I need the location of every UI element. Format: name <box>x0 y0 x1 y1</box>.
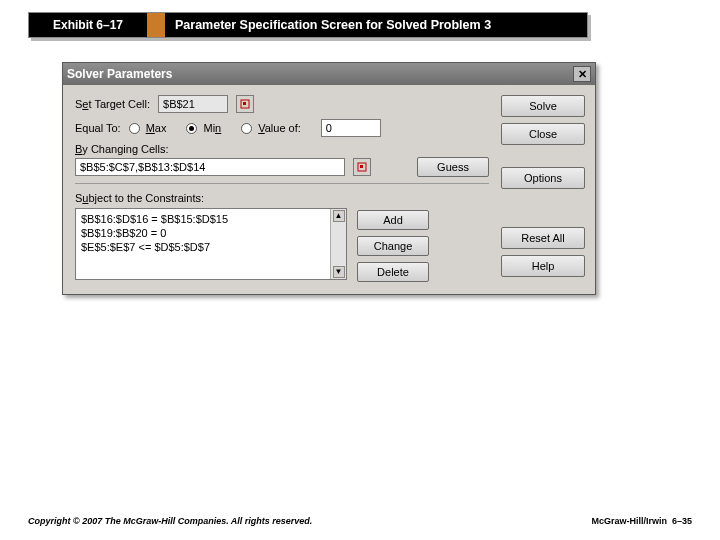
valueof-input[interactable] <box>321 119 381 137</box>
close-button[interactable]: ✕ <box>573 66 591 82</box>
radio-min-icon <box>186 123 197 134</box>
radio-valueof-icon <box>241 123 252 134</box>
copyright-text: Copyright © 2007 The McGraw-Hill Compani… <box>28 516 312 526</box>
dialog-title: Solver Parameters <box>67 67 172 81</box>
constraint-row: $E$5:$E$7 <= $D$5:$D$7 <box>81 240 341 254</box>
scrollbar[interactable]: ▲ ▼ <box>330 209 346 279</box>
target-cell-input[interactable] <box>158 95 228 113</box>
radio-valueof-label: Value of: <box>258 122 301 134</box>
solver-dialog: Solver Parameters ✕ Set Target Cell: Equ… <box>62 62 596 295</box>
guess-button[interactable]: Guess <box>417 157 489 177</box>
scroll-up-icon[interactable]: ▲ <box>333 210 345 222</box>
delete-button[interactable]: Delete <box>357 262 429 282</box>
constraints-listbox[interactable]: $B$16:$D$16 = $B$15:$D$15 $B$19:$B$20 = … <box>75 208 347 280</box>
help-button[interactable]: Help <box>501 255 585 277</box>
dialog-titlebar: Solver Parameters ✕ <box>63 63 595 85</box>
equal-to-label: Equal To: <box>75 122 121 134</box>
svg-rect-3 <box>360 165 363 168</box>
constraint-row: $B$16:$D$16 = $B$15:$D$15 <box>81 212 341 226</box>
reset-all-button[interactable]: Reset All <box>501 227 585 249</box>
options-button[interactable]: Options <box>501 167 585 189</box>
constraints-label: Subject to the Constraints: <box>75 192 204 204</box>
range-picker-icon-2[interactable] <box>353 158 371 176</box>
target-cell-label: Set Target Cell: <box>75 98 150 110</box>
scroll-down-icon[interactable]: ▼ <box>333 266 345 278</box>
range-picker-icon[interactable] <box>236 95 254 113</box>
add-button[interactable]: Add <box>357 210 429 230</box>
divider <box>75 183 489 184</box>
radio-max[interactable]: Max <box>129 122 167 134</box>
banner-separator <box>147 13 165 37</box>
radio-max-label: Max <box>146 122 167 134</box>
footer-right: McGraw-Hill/Irwin 6–35 <box>591 516 692 526</box>
radio-max-icon <box>129 123 140 134</box>
constraint-row: $B$19:$B$20 = 0 <box>81 226 341 240</box>
change-button[interactable]: Change <box>357 236 429 256</box>
banner-title: Parameter Specification Screen for Solve… <box>165 13 587 37</box>
changing-cells-input[interactable] <box>75 158 345 176</box>
svg-rect-1 <box>243 102 246 105</box>
radio-valueof[interactable]: Value of: <box>241 122 301 134</box>
radio-min[interactable]: Min <box>186 122 221 134</box>
exhibit-tab: Exhibit 6–17 <box>29 13 147 37</box>
solve-button[interactable]: Solve <box>501 95 585 117</box>
changing-cells-label: By Changing Cells: <box>75 143 169 155</box>
close-icon: ✕ <box>578 68 587 81</box>
radio-min-label: Min <box>203 122 221 134</box>
close-button-side[interactable]: Close <box>501 123 585 145</box>
